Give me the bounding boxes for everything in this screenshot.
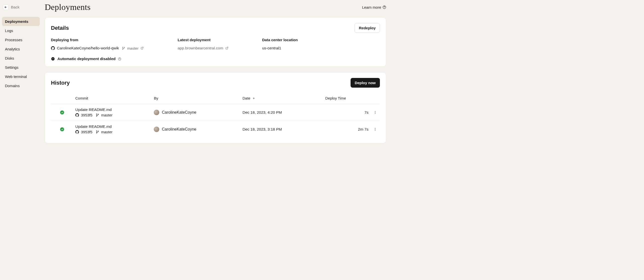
deployment-url-link[interactable]: app.brownbearcentral.com bbox=[178, 46, 223, 50]
commit-sha[interactable]: 3953f5 bbox=[81, 130, 92, 134]
external-link-icon bbox=[225, 47, 228, 50]
col-date[interactable]: Date bbox=[240, 93, 323, 104]
svg-point-17 bbox=[375, 112, 376, 112]
learn-more-link[interactable]: Learn more bbox=[362, 5, 386, 9]
commit-branch[interactable]: master bbox=[101, 130, 112, 134]
auto-deploy-label: Automatic deployment disabled bbox=[58, 57, 116, 61]
branch-icon bbox=[122, 47, 125, 50]
help-circle-icon bbox=[382, 5, 386, 9]
svg-point-16 bbox=[375, 111, 376, 111]
deploy-duration: 2m 7s bbox=[323, 121, 370, 138]
col-actions bbox=[370, 93, 380, 104]
sidebar-item-analytics[interactable]: Analytics bbox=[2, 44, 40, 54]
col-commit[interactable]: Commit bbox=[73, 93, 152, 104]
repo-link[interactable]: CarolineKateCoyne/hello-world-qwik bbox=[57, 46, 119, 50]
history-title: History bbox=[51, 80, 70, 86]
col-status bbox=[51, 93, 73, 104]
svg-point-10 bbox=[120, 59, 120, 60]
deploying-from-label: Deploying from bbox=[51, 38, 158, 42]
sidebar: Back DeploymentsLogsProcessesAnalyticsDi… bbox=[0, 0, 42, 152]
details-card: Details Redeploy Deploying from Caroline… bbox=[45, 17, 386, 67]
sidebar-item-logs[interactable]: Logs bbox=[2, 26, 40, 35]
arrow-left-icon bbox=[4, 6, 7, 9]
avatar bbox=[154, 110, 159, 115]
learn-more-label: Learn more bbox=[362, 5, 381, 9]
github-icon bbox=[75, 113, 79, 117]
table-row[interactable]: Update README.md3953f5masterCarolineKate… bbox=[51, 104, 380, 121]
back-row: Back bbox=[2, 4, 40, 10]
details-row: Deploying from CarolineKateCoyne/hello-w… bbox=[51, 38, 380, 61]
deploy-duration: 7s bbox=[323, 104, 370, 121]
history-table: Commit By Date Deploy Time Update README… bbox=[51, 93, 380, 138]
branch-link[interactable]: master bbox=[127, 46, 139, 50]
sidebar-item-disks[interactable]: Disks bbox=[2, 54, 40, 63]
sidebar-item-web-terminal[interactable]: Web terminal bbox=[2, 72, 40, 81]
table-row[interactable]: Update README.md3953f5masterCarolineKate… bbox=[51, 121, 380, 138]
deploy-date: Dec 18, 2023, 4:20 PM bbox=[240, 104, 323, 121]
data-center-label: Data center location bbox=[262, 38, 327, 42]
avatar bbox=[154, 127, 159, 132]
author-name: CarolineKateCoyne bbox=[162, 110, 196, 115]
svg-point-23 bbox=[375, 129, 376, 129]
commit-message: Update README.md bbox=[75, 124, 150, 129]
status-success-icon bbox=[60, 127, 64, 131]
disabled-circle-icon bbox=[51, 57, 55, 61]
author-name: CarolineKateCoyne bbox=[162, 127, 196, 132]
commit-branch[interactable]: master bbox=[101, 113, 112, 117]
sort-down-icon bbox=[252, 97, 255, 100]
status-success-icon bbox=[60, 110, 64, 114]
svg-rect-8 bbox=[52, 59, 54, 59]
main: Deployments Learn more Details Redeploy … bbox=[42, 0, 389, 152]
page-header: Deployments Learn more bbox=[45, 2, 386, 12]
col-deploy-time[interactable]: Deploy Time bbox=[323, 93, 370, 104]
github-icon bbox=[75, 130, 79, 134]
redeploy-button[interactable]: Redeploy bbox=[354, 23, 380, 33]
sidebar-item-deployments[interactable]: Deployments bbox=[2, 17, 40, 26]
sidebar-item-processes[interactable]: Processes bbox=[2, 35, 40, 44]
history-card: History Deploy now Commit By Date bbox=[45, 72, 386, 143]
help-circle-icon[interactable] bbox=[118, 57, 121, 60]
deploy-date: Dec 18, 2023, 3:18 PM bbox=[240, 121, 323, 138]
row-actions-button[interactable] bbox=[372, 110, 378, 115]
svg-line-6 bbox=[142, 47, 143, 49]
sidebar-item-domains[interactable]: Domains bbox=[2, 81, 40, 90]
svg-line-11 bbox=[226, 47, 228, 49]
page-title: Deployments bbox=[45, 2, 91, 12]
external-link-icon bbox=[141, 47, 144, 50]
sidebar-item-settings[interactable]: Settings bbox=[2, 63, 40, 72]
details-title: Details bbox=[51, 25, 69, 31]
branch-icon bbox=[96, 113, 99, 117]
commit-sha[interactable]: 3953f5 bbox=[81, 113, 92, 117]
row-actions-button[interactable] bbox=[372, 127, 378, 132]
deploy-now-button[interactable]: Deploy now bbox=[350, 78, 380, 88]
col-by[interactable]: By bbox=[152, 93, 240, 104]
back-label[interactable]: Back bbox=[11, 5, 20, 9]
latest-deployment-label: Latest deployment bbox=[178, 38, 242, 42]
data-center-value: us-central1 bbox=[262, 46, 327, 50]
svg-point-18 bbox=[375, 113, 376, 114]
github-icon bbox=[51, 46, 55, 50]
svg-point-24 bbox=[375, 130, 376, 131]
back-button[interactable] bbox=[3, 4, 8, 10]
svg-point-22 bbox=[375, 128, 376, 128]
commit-message: Update README.md bbox=[75, 107, 150, 112]
svg-point-2 bbox=[384, 8, 384, 8]
branch-icon bbox=[96, 130, 99, 134]
